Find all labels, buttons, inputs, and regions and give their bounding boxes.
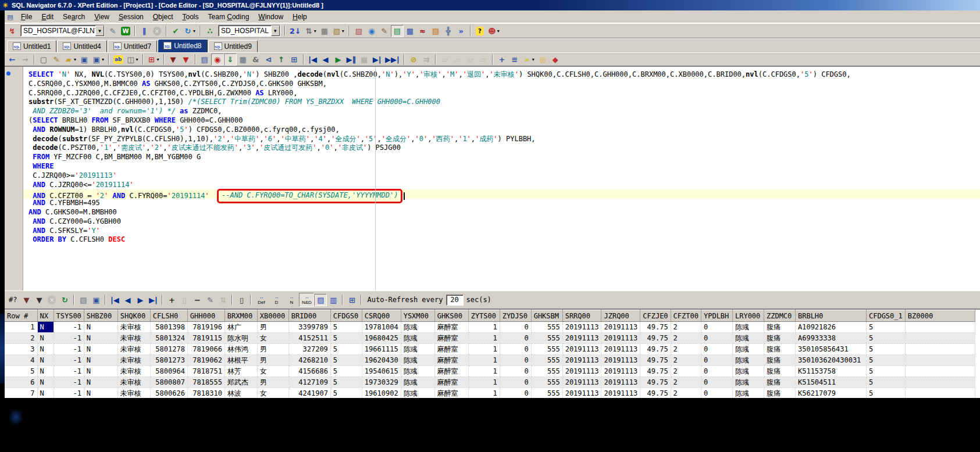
grid-cell[interactable]: 0 xyxy=(500,344,531,355)
grid-cell[interactable]: 2 xyxy=(671,377,701,388)
grid-cell[interactable]: 陈水明 xyxy=(224,333,257,344)
hint-icon[interactable]: ◎ xyxy=(536,53,549,66)
column-header[interactable]: ZZDMC0 xyxy=(764,310,795,322)
delete-record-icon[interactable]: − xyxy=(191,294,204,306)
grid-cell[interactable]: 7818310 xyxy=(187,388,224,399)
grid-cell[interactable]: 7819062 xyxy=(187,355,224,366)
grid-cell[interactable]: 5 xyxy=(330,388,362,399)
grid-cell[interactable] xyxy=(905,388,975,399)
split-view-icon[interactable]: ◫▾ xyxy=(125,53,140,66)
filter-icon[interactable]: ▼ xyxy=(167,53,180,66)
grid-cell[interactable]: 49.75 xyxy=(640,322,671,333)
grid-cell[interactable]: 1 xyxy=(468,333,500,344)
grid-cell[interactable]: 5 xyxy=(866,388,905,399)
dbms-output-icon[interactable]: ▤ xyxy=(391,25,404,37)
grid-cell[interactable]: N xyxy=(37,388,54,399)
grid-cell[interactable]: 腹痛 xyxy=(764,388,795,399)
grid-cell[interactable]: 20191113 xyxy=(601,355,640,366)
grid-cell[interactable]: 4268210 xyxy=(288,355,330,366)
grid-cell[interactable]: N xyxy=(84,322,117,333)
grid-cell[interactable]: 1 xyxy=(468,366,500,377)
column-header[interactable]: GHKSBM xyxy=(531,310,562,322)
grid-cell[interactable]: 林广 xyxy=(224,322,257,333)
web-update-icon[interactable]: W xyxy=(119,25,132,37)
menu-tools[interactable]: Tools xyxy=(178,12,202,22)
grid-cell[interactable]: 陈彧 xyxy=(732,355,764,366)
grid-cell[interactable]: 20191113 xyxy=(562,377,601,388)
grid-cell[interactable]: 陈彧 xyxy=(401,355,434,366)
tab-untitled1[interactable]: SQLUntitled1 xyxy=(7,40,56,52)
grid-cell[interactable]: 0 xyxy=(500,322,531,333)
grid-cell[interactable]: 女 xyxy=(257,333,288,344)
grid-cell[interactable]: 49.75 xyxy=(640,355,671,366)
grid-cell[interactable]: 陈彧 xyxy=(401,366,434,377)
grid-cell[interactable]: 陈彧 xyxy=(732,344,764,355)
column-header[interactable]: XB0000 xyxy=(257,310,288,322)
grid-cell[interactable]: 陈彧 xyxy=(732,377,764,388)
grid-cell[interactable]: 麻醉室 xyxy=(434,322,468,333)
grid-cell[interactable]: 49.75 xyxy=(640,377,671,388)
grid-cell[interactable]: A10921826 xyxy=(795,322,866,333)
grid-cell[interactable]: 5 xyxy=(866,377,905,388)
column-header[interactable]: YPDLBH xyxy=(701,310,732,322)
titlebar[interactable]: ☀ SQL Navigator 6.7.0 - XPert Edition - … xyxy=(0,0,980,10)
single-record-icon[interactable]: ▯ xyxy=(235,294,248,306)
grid-cell[interactable]: 19680425 xyxy=(362,333,401,344)
grid-cell[interactable]: 麻醉室 xyxy=(434,377,468,388)
execute-icon[interactable]: ⊞▾ xyxy=(146,53,161,66)
grid-cell[interactable]: 5 xyxy=(330,322,362,333)
scheduler-icon[interactable]: ▦ xyxy=(404,25,416,37)
grid-cell[interactable]: 林伟鸿 xyxy=(224,344,257,355)
grid-cell[interactable]: 20191113 xyxy=(601,322,640,333)
query-builder-icon[interactable]: ▦ xyxy=(237,53,250,66)
schema-select[interactable]: SD_HOSPITAL▼ xyxy=(218,25,280,37)
new-document-icon[interactable]: ▢ xyxy=(37,53,50,66)
grid-cell[interactable]: 5 xyxy=(866,344,905,355)
last-record-icon[interactable]: ▶| xyxy=(147,294,159,306)
grid-cell[interactable]: 20191113 xyxy=(562,333,601,344)
grid-cell[interactable]: 未审核 xyxy=(117,344,150,355)
find-objects-icon[interactable]: ⇅▾ xyxy=(303,25,318,37)
grid-cell[interactable]: N xyxy=(84,344,117,355)
grid-cell[interactable]: N xyxy=(37,322,54,333)
grid-cell[interactable] xyxy=(905,322,975,333)
grid-cell[interactable]: 49.75 xyxy=(640,366,671,377)
column-header[interactable]: CFZJE0 xyxy=(640,310,671,322)
sort-icon[interactable]: 2↓ xyxy=(288,25,303,37)
grid-cell[interactable]: 未审核 xyxy=(117,355,150,366)
grid-cell[interactable]: 350103620430031 xyxy=(795,355,866,366)
grid-cell[interactable]: 腹痛 xyxy=(764,377,795,388)
grid-cell[interactable]: 7 xyxy=(5,388,37,399)
grid-cell[interactable]: 麻醉室 xyxy=(434,388,468,399)
column-header[interactable]: GHH000 xyxy=(187,310,224,322)
grid-cell[interactable]: K51153758 xyxy=(795,366,866,377)
more-actions-icon[interactable]: »▾ xyxy=(521,53,536,66)
grid-cell[interactable] xyxy=(905,333,975,344)
grid-cell[interactable]: 陈彧 xyxy=(732,388,764,399)
grid-cell[interactable]: 3 xyxy=(5,344,37,355)
edit-document-icon[interactable]: ✎ xyxy=(50,53,63,66)
grid-cell[interactable]: 2 xyxy=(671,366,701,377)
chevron-down-icon[interactable]: ▼ xyxy=(271,26,280,36)
menu-edit[interactable]: Edit xyxy=(37,12,58,22)
grid-cell[interactable]: 19610902 xyxy=(362,388,401,399)
save-data-icon[interactable]: ▣ xyxy=(90,294,102,306)
back-icon[interactable]: ← xyxy=(6,53,19,66)
grid-cell[interactable]: 2 xyxy=(671,388,701,399)
grid-cell[interactable]: 350105856431 xyxy=(795,344,866,355)
grid-cell[interactable]: 7819196 xyxy=(187,322,224,333)
bind-variables-icon[interactable]: & xyxy=(250,53,262,66)
grid-cell[interactable] xyxy=(905,366,975,377)
grid-cell[interactable]: 腹痛 xyxy=(764,322,795,333)
grid-cell[interactable]: 1 xyxy=(468,322,500,333)
grid-cell[interactable]: 5800807 xyxy=(150,377,187,388)
grid-cell[interactable]: 49.75 xyxy=(640,333,671,344)
column-header[interactable]: BRID00 xyxy=(288,310,330,322)
next-record-icon[interactable]: ▶ xyxy=(134,294,147,306)
grid-cell[interactable]: -1 xyxy=(54,366,84,377)
grid-cell[interactable]: 2 xyxy=(5,333,37,344)
grid-cell[interactable]: 555 xyxy=(531,344,562,355)
grid-cell[interactable]: -1 xyxy=(54,355,84,366)
web-browser-icon[interactable]: ◉ xyxy=(365,25,378,37)
grid-cell[interactable]: 女 xyxy=(257,388,288,399)
